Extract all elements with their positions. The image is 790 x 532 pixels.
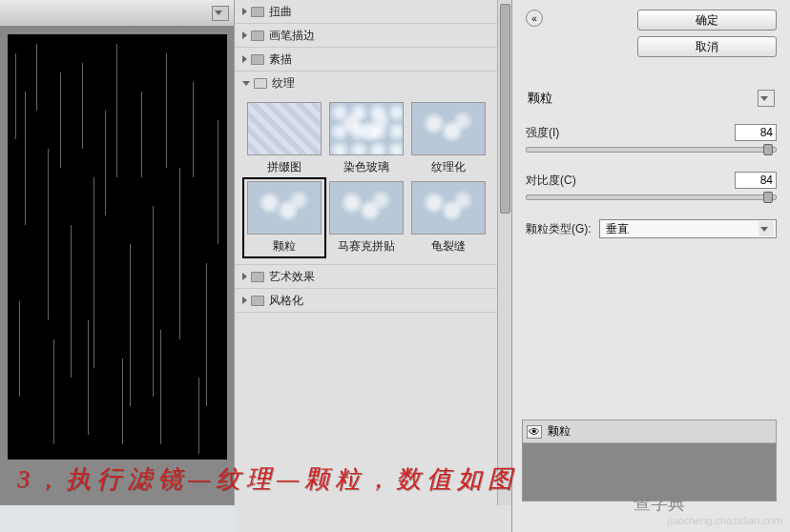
- category-header-brush[interactable]: 画笔描边: [235, 24, 497, 47]
- thumb-craquelure[interactable]: 龟裂缝: [408, 179, 489, 256]
- grain-type-value: 垂直: [606, 221, 629, 237]
- thumb-label: 颗粒: [273, 238, 296, 255]
- category-header-sketch[interactable]: 素描: [235, 48, 497, 71]
- chevron-right-icon: [242, 297, 247, 304]
- filter-name-row: 颗粒: [526, 90, 777, 107]
- texture-thumbs: 拼缀图 染色玻璃 纹理化 颗粒: [235, 94, 497, 264]
- intensity-label: 强度(I): [526, 125, 559, 141]
- preview-toolbar: [0, 0, 234, 27]
- folder-icon: [251, 296, 264, 306]
- thumb-label: 拼缀图: [267, 159, 301, 175]
- thumb-grain[interactable]: 颗粒: [244, 179, 324, 256]
- thumb-image: [329, 102, 404, 155]
- slider-thumb[interactable]: [763, 144, 773, 155]
- category-distort: 扭曲: [235, 0, 497, 24]
- thumb-label: 染色玻璃: [343, 159, 389, 175]
- scrollbar-thumb[interactable]: [500, 4, 510, 214]
- double-chevron-icon: «: [531, 13, 537, 24]
- chevron-right-icon: [242, 31, 247, 39]
- folder-icon: [251, 54, 264, 65]
- filter-gallery-window: 扭曲 画笔描边 素描: [0, 0, 790, 532]
- param-contrast: 对比度(C): [526, 172, 777, 200]
- grain-type-label: 颗粒类型(G):: [526, 221, 592, 237]
- ok-button[interactable]: 确定: [637, 10, 777, 31]
- chevron-down-icon: [215, 10, 222, 15]
- thumb-texturizer[interactable]: 纹理化: [408, 100, 489, 177]
- category-header-texture[interactable]: 纹理: [235, 72, 497, 94]
- chevron-down-icon: [242, 81, 250, 86]
- contrast-input[interactable]: [735, 172, 777, 189]
- category-label: 扭曲: [269, 4, 292, 20]
- category-brush: 画笔描边: [235, 24, 497, 48]
- thumb-image: [411, 181, 486, 235]
- intensity-slider[interactable]: [526, 147, 777, 153]
- category-artistic: 艺术效果: [235, 265, 497, 289]
- folder-icon: [251, 7, 264, 17]
- param-grain-type: 颗粒类型(G): 垂直: [526, 219, 777, 238]
- category-label: 素描: [269, 51, 292, 68]
- thumb-image: [411, 102, 486, 155]
- chevron-right-icon: [242, 55, 247, 63]
- thumb-label: 龟裂缝: [431, 238, 466, 255]
- category-label: 艺术效果: [269, 269, 315, 285]
- contrast-label: 对比度(C): [526, 173, 576, 189]
- effect-layer-row[interactable]: 👁 颗粒: [523, 420, 776, 443]
- category-header-artistic[interactable]: 艺术效果: [235, 265, 497, 288]
- current-filter-name: 颗粒: [528, 90, 552, 107]
- filter-scrollbar[interactable]: [497, 0, 511, 505]
- category-label: 纹理: [272, 75, 295, 92]
- chevron-down-icon: [760, 227, 768, 232]
- thumb-image: [247, 181, 322, 235]
- chevron-right-icon: [242, 273, 247, 280]
- thumb-label: 马赛克拼贴: [338, 238, 395, 255]
- select-arrow: [759, 221, 774, 236]
- collapse-button[interactable]: «: [526, 10, 543, 27]
- chevron-down-icon: [760, 96, 768, 101]
- intensity-input[interactable]: [735, 124, 777, 141]
- filter-list: 扭曲 画笔描边 素描: [235, 0, 497, 505]
- settings-pane: « 确定 取消 颗粒 强度(I) 对比度(C): [512, 0, 790, 532]
- eye-icon: 👁: [529, 425, 540, 439]
- filter-dropdown-button[interactable]: [758, 90, 775, 107]
- thumb-stained-glass[interactable]: 染色玻璃: [326, 100, 406, 177]
- filter-category-pane: 扭曲 画笔描边 素描: [235, 0, 512, 532]
- slider-thumb[interactable]: [763, 192, 773, 203]
- folder-icon: [251, 31, 264, 41]
- preview-image[interactable]: [8, 34, 227, 460]
- thumb-mosaic-tiles[interactable]: 马赛克拼贴: [326, 179, 406, 256]
- category-texture: 纹理 拼缀图 染色玻璃 纹理化: [235, 72, 497, 265]
- category-stylize: 风格化: [235, 289, 497, 313]
- effect-layer-name: 颗粒: [548, 423, 571, 440]
- thumb-patchwork[interactable]: 拼缀图: [244, 100, 324, 177]
- category-label: 风格化: [269, 293, 303, 309]
- preview-pane: [0, 0, 235, 505]
- chevron-right-icon: [242, 8, 247, 15]
- contrast-slider[interactable]: [526, 194, 777, 200]
- grain-type-select[interactable]: 垂直: [599, 219, 777, 238]
- thumb-label: 纹理化: [431, 159, 466, 175]
- category-header-distort[interactable]: 扭曲: [235, 0, 497, 23]
- category-sketch: 素描: [235, 48, 497, 72]
- category-header-stylize[interactable]: 风格化: [235, 289, 497, 312]
- cancel-button[interactable]: 取消: [637, 36, 777, 57]
- param-intensity: 强度(I): [526, 124, 777, 153]
- effect-layers-panel: 👁 颗粒: [522, 419, 777, 501]
- visibility-eye-icon[interactable]: 👁: [527, 425, 542, 439]
- preview-menu-button[interactable]: [212, 6, 229, 21]
- thumb-image: [329, 181, 404, 235]
- category-label: 画笔描边: [269, 28, 315, 44]
- folder-open-icon: [254, 78, 267, 89]
- folder-icon: [251, 272, 264, 282]
- thumb-image: [247, 102, 322, 155]
